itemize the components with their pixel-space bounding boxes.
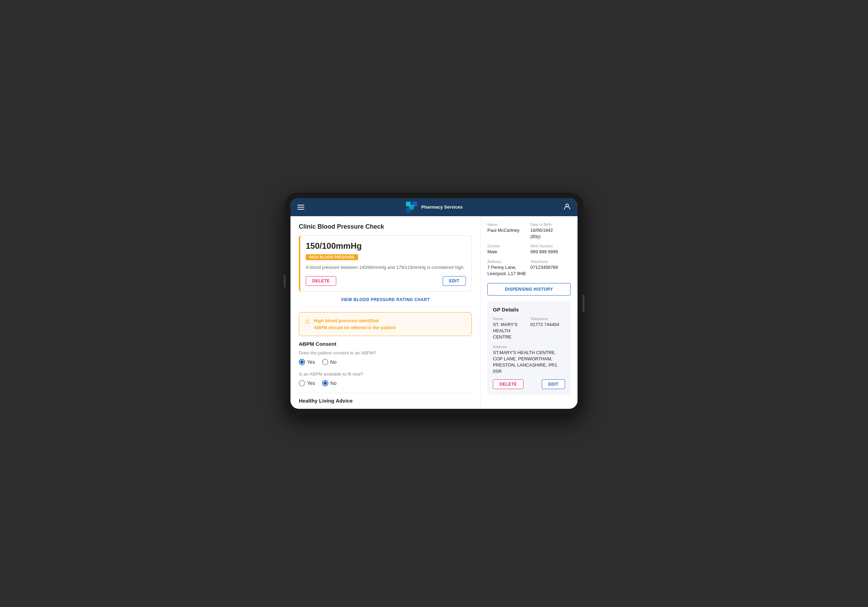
abpm-question-2: Is an ABPM available to fit now? bbox=[299, 372, 472, 376]
app-header: Pharmacy Services bbox=[290, 198, 578, 216]
telephone-label: Telephone bbox=[530, 260, 570, 264]
abpm-q1-no[interactable]: No bbox=[322, 359, 336, 365]
tablet-screen: Pharmacy Services Clinic Blood Pressure … bbox=[290, 198, 578, 409]
gp-address-field: Address ST.MARY'S HEALTH CENTRE, COP LAN… bbox=[493, 345, 565, 375]
name-value: Paul McCartney bbox=[487, 227, 528, 234]
abpm-q1-no-radio[interactable] bbox=[322, 359, 328, 365]
gp-delete-button[interactable]: DELETE bbox=[493, 379, 524, 389]
gp-telephone-value: 01772 744404 bbox=[530, 322, 565, 328]
divider-2 bbox=[299, 393, 472, 393]
bp-card-actions: DELETE EDIT bbox=[306, 276, 466, 286]
abpm-q1-yes[interactable]: Yes bbox=[299, 359, 315, 365]
bp-description: A blood pressure between 140/90mmHg and … bbox=[306, 264, 466, 271]
svg-rect-3 bbox=[406, 208, 411, 213]
nhs-label: NHS Number bbox=[530, 244, 570, 248]
right-panel: Name Paul McCartney Date of Birth 18/06/… bbox=[480, 216, 578, 409]
abpm-question-1: Does the patient consent to an ABPM? bbox=[299, 350, 472, 355]
gp-name-field: Name ST. MARY'S HEALTH CENTRE bbox=[493, 317, 528, 341]
abpm-q1-radio-group: Yes No bbox=[299, 359, 472, 365]
patient-info-grid: Name Paul McCartney Date of Birth 18/06/… bbox=[487, 222, 570, 277]
bp-status-badge: HIGH BLOOD PRESSURE bbox=[306, 254, 358, 260]
name-label: Name bbox=[487, 222, 528, 227]
abpm-q2-no-radio[interactable] bbox=[322, 380, 328, 386]
dob-value: 18/06/1942 (80y) bbox=[530, 227, 570, 240]
gp-name-label: Name bbox=[493, 317, 528, 321]
abpm-q2-yes[interactable]: Yes bbox=[299, 380, 315, 386]
dob-field: Date of Birth 18/06/1942 (80y) bbox=[530, 222, 570, 240]
gp-name-value: ST. MARY'S HEALTH CENTRE bbox=[493, 322, 528, 341]
bp-edit-button[interactable]: EDIT bbox=[443, 276, 466, 286]
view-chart-link[interactable]: VIEW BLOOD PRESSURE RATING CHART bbox=[299, 297, 472, 302]
app-title: Pharmacy Services bbox=[421, 205, 462, 210]
volume-button bbox=[284, 275, 286, 288]
healthy-living-title: Healthy Living Advice bbox=[299, 398, 472, 404]
gender-value: Male bbox=[487, 249, 528, 255]
power-button bbox=[582, 295, 584, 312]
alert-box: ⚠ High blood pressure identified ABPM sh… bbox=[299, 312, 472, 336]
address-label: Address bbox=[487, 260, 528, 264]
abpm-q1-yes-radio[interactable] bbox=[299, 359, 305, 365]
gp-section-title: GP Details bbox=[493, 307, 565, 313]
gp-info-grid: Name ST. MARY'S HEALTH CENTRE Telephone … bbox=[493, 317, 565, 341]
telephone-field: Telephone 07123456789 bbox=[530, 260, 570, 277]
gp-address-value: ST.MARY'S HEALTH CENTRE, COP LANE, PENWO… bbox=[493, 350, 565, 375]
bp-card: 150/100mmHg HIGH BLOOD PRESSURE A blood … bbox=[299, 235, 472, 292]
alert-icon: ⚠ bbox=[305, 318, 310, 325]
bp-reading-value: 150/100mmHg bbox=[306, 241, 466, 251]
abpm-q2-yes-radio[interactable] bbox=[299, 380, 305, 386]
gp-telephone-field: Telephone 01772 744404 bbox=[530, 317, 565, 341]
patient-info: Name Paul McCartney Date of Birth 18/06/… bbox=[487, 222, 570, 277]
page-title: Clinic Blood Pressure Check bbox=[299, 223, 472, 231]
nhs-value: 999 999 9999 bbox=[530, 249, 570, 255]
divider-1 bbox=[299, 307, 472, 307]
telephone-value: 07123456789 bbox=[530, 264, 570, 271]
logo-area: Pharmacy Services bbox=[405, 201, 462, 214]
alert-text: High blood pressure identified ABPM shou… bbox=[314, 317, 395, 331]
gp-telephone-label: Telephone bbox=[530, 317, 565, 321]
dispensing-history-button[interactable]: DISPENSING HISTORY bbox=[487, 283, 570, 296]
abpm-section-title: ABPM Consent bbox=[299, 341, 472, 347]
gp-address-label: Address bbox=[493, 345, 565, 349]
address-value: 7 Penny Lane, Liverpool, L17 9HB bbox=[487, 264, 528, 277]
user-icon[interactable] bbox=[564, 203, 570, 212]
gender-label: Gender bbox=[487, 244, 528, 248]
abpm-q2-radio-group: Yes No bbox=[299, 380, 472, 386]
gp-edit-button[interactable]: EDIT bbox=[542, 379, 565, 389]
left-panel: Clinic Blood Pressure Check 150/100mmHg … bbox=[290, 216, 480, 409]
name-field: Name Paul McCartney bbox=[487, 222, 528, 240]
gp-card-actions: DELETE EDIT bbox=[493, 379, 565, 389]
gp-card: GP Details Name ST. MARY'S HEALTH CENTRE… bbox=[487, 301, 570, 395]
menu-button[interactable] bbox=[298, 205, 304, 210]
gender-field: Gender Male bbox=[487, 244, 528, 255]
logo-icon bbox=[405, 201, 418, 214]
address-field: Address 7 Penny Lane, Liverpool, L17 9HB bbox=[487, 260, 528, 277]
abpm-q2-no[interactable]: No bbox=[322, 380, 336, 386]
nhs-field: NHS Number 999 999 9999 bbox=[530, 244, 570, 255]
content-area: Clinic Blood Pressure Check 150/100mmHg … bbox=[290, 216, 578, 409]
dob-label: Date of Birth bbox=[530, 222, 570, 227]
bp-delete-button[interactable]: DELETE bbox=[306, 276, 336, 286]
tablet-frame: Pharmacy Services Clinic Blood Pressure … bbox=[285, 193, 583, 414]
